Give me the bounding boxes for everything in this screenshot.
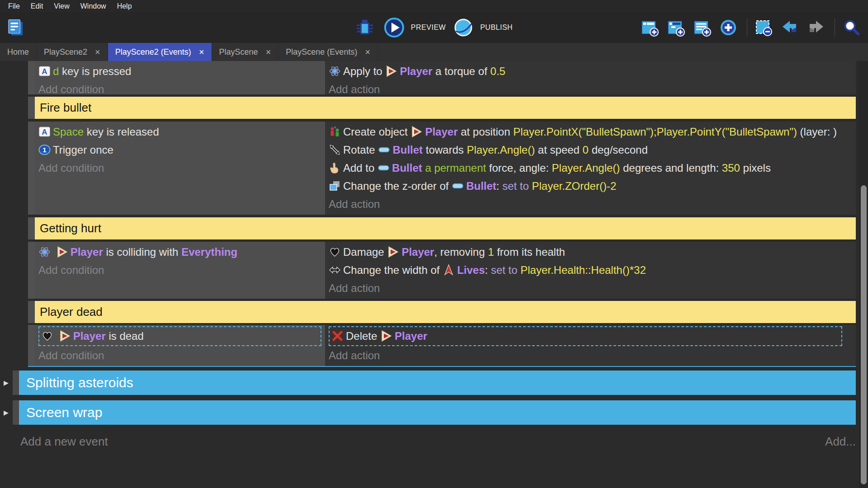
add-action-button[interactable]: Add action bbox=[329, 80, 842, 94]
drag-handle[interactable] bbox=[28, 122, 35, 215]
app-logo[interactable] bbox=[5, 18, 28, 38]
drag-handle[interactable] bbox=[13, 400, 19, 425]
group-title[interactable]: Player dead bbox=[35, 301, 856, 323]
add-new-event-button[interactable]: Add a new event bbox=[20, 435, 108, 449]
event-group-screen-wrap[interactable]: ▶Screen wrap bbox=[13, 400, 856, 425]
tab-label: PlayScene (Events) bbox=[286, 47, 357, 57]
menu-help[interactable]: Help bbox=[112, 2, 137, 10]
actions-cell[interactable]: Damage Player, removing 1 from its healt… bbox=[325, 242, 856, 299]
close-icon[interactable]: × bbox=[266, 47, 271, 56]
actions-cell[interactable]: Apply to Player a torque of 0.5Add actio… bbox=[325, 61, 856, 94]
redo-button[interactable] bbox=[807, 19, 827, 37]
actions-cell[interactable]: Delete PlayerAdd action bbox=[325, 325, 856, 366]
condition-line[interactable]: ASpace key is released bbox=[38, 123, 321, 141]
drag-handle[interactable] bbox=[28, 97, 35, 119]
drag-handle[interactable] bbox=[28, 61, 35, 94]
event-group-fire-bullet[interactable]: Fire bullet bbox=[28, 97, 856, 119]
add-action-button[interactable]: Add action bbox=[329, 279, 842, 297]
tab-playscene-events[interactable]: PlayScene (Events)× bbox=[278, 43, 378, 61]
expand-arrow-icon[interactable]: ▶ bbox=[4, 379, 9, 386]
action-line[interactable]: Create object Player at position Player.… bbox=[329, 123, 842, 141]
menu-window[interactable]: Window bbox=[75, 2, 112, 10]
player-ship-icon bbox=[410, 126, 423, 138]
drag-handle[interactable] bbox=[28, 325, 35, 366]
tab-playscene2-events[interactable]: PlayScene2 (Events)× bbox=[108, 43, 212, 61]
search-button[interactable] bbox=[842, 19, 863, 37]
tab-playscene[interactable]: PlayScene× bbox=[212, 43, 279, 61]
condition-line[interactable]: Player is dead bbox=[41, 327, 319, 345]
delete-selection-button[interactable] bbox=[755, 19, 775, 37]
drag-handle[interactable] bbox=[28, 301, 35, 323]
publish-planet-icon bbox=[453, 17, 476, 38]
add-button[interactable] bbox=[719, 19, 740, 37]
add-action-button[interactable]: Add action bbox=[329, 347, 842, 365]
scrollbar-track[interactable] bbox=[859, 61, 868, 488]
condition-line[interactable]: Player is colliding with Everything bbox=[38, 243, 321, 261]
menu-view[interactable]: View bbox=[48, 2, 75, 10]
condition-line[interactable]: Ad key is pressed bbox=[38, 62, 321, 80]
event-row[interactable]: Player is colliding with EverythingAdd c… bbox=[28, 242, 856, 299]
add-event-icon bbox=[641, 19, 659, 37]
bullet-icon bbox=[377, 162, 390, 174]
group-title[interactable]: Getting hurt bbox=[35, 217, 856, 239]
scrollbar-thumb[interactable] bbox=[861, 185, 867, 484]
group-title[interactable]: Splitting asteroids bbox=[19, 371, 856, 395]
action-line[interactable]: Delete Player bbox=[331, 327, 840, 345]
add-menu-button[interactable]: Add... bbox=[825, 435, 856, 449]
add-event-button[interactable] bbox=[641, 19, 661, 37]
event-group-getting-hurt[interactable]: Getting hurt bbox=[28, 217, 856, 239]
tab-home[interactable]: Home bbox=[0, 43, 37, 61]
action-line[interactable]: Apply to Player a torque of 0.5 bbox=[329, 62, 842, 80]
add-icon bbox=[719, 19, 737, 37]
preview-button[interactable]: PREVIEW bbox=[384, 17, 446, 38]
drag-handle[interactable] bbox=[13, 371, 19, 395]
publish-icon bbox=[453, 17, 474, 38]
width-icon bbox=[329, 264, 341, 276]
add-condition-button[interactable]: Add condition bbox=[38, 347, 321, 365]
tab-playscene2[interactable]: PlayScene2× bbox=[37, 43, 108, 61]
action-line[interactable]: Rotate Bullet towards Player.Angle() at … bbox=[329, 141, 842, 159]
add-condition-button[interactable]: Add condition bbox=[38, 261, 321, 279]
add-action-button[interactable]: Add action bbox=[329, 195, 842, 213]
player-ship-icon bbox=[387, 246, 399, 258]
event-group-player-dead[interactable]: Player dead bbox=[28, 301, 856, 323]
action-line[interactable]: Change the width of Lives: set to Player… bbox=[329, 261, 842, 279]
selection-outline: Player is dead bbox=[38, 326, 321, 346]
conditions-cell[interactable]: Player is deadAdd condition bbox=[35, 325, 325, 366]
add-comment-button[interactable] bbox=[693, 19, 713, 37]
event-row[interactable]: Ad key is pressedAdd conditionApply to P… bbox=[28, 61, 856, 94]
action-line[interactable]: Add to Bullet a permanent force, angle: … bbox=[329, 159, 842, 177]
keyboard-key-icon: A bbox=[38, 126, 51, 138]
condition-line[interactable]: 1Trigger once bbox=[38, 141, 321, 159]
add-condition-button[interactable]: Add condition bbox=[38, 80, 321, 94]
debug-button[interactable] bbox=[355, 18, 377, 37]
publish-button[interactable]: PUBLISH bbox=[453, 17, 513, 38]
conditions-cell[interactable]: ASpace key is released1Trigger onceAdd c… bbox=[35, 122, 325, 215]
conditions-cell[interactable]: Player is colliding with EverythingAdd c… bbox=[35, 242, 325, 299]
drag-handle[interactable] bbox=[28, 242, 35, 299]
close-icon[interactable]: × bbox=[199, 47, 204, 56]
drag-handle[interactable] bbox=[28, 217, 35, 239]
menu-file[interactable]: File bbox=[3, 2, 25, 10]
conditions-cell[interactable]: Ad key is pressedAdd condition bbox=[35, 61, 325, 94]
actions-cell[interactable]: Create object Player at position Player.… bbox=[325, 122, 856, 215]
group-title[interactable]: Fire bullet bbox=[35, 97, 856, 119]
player-ship-icon bbox=[56, 246, 68, 258]
event-group-splitting-asteroids[interactable]: ▶Splitting asteroids bbox=[13, 371, 856, 395]
expand-arrow-icon[interactable]: ▶ bbox=[4, 409, 9, 416]
add-condition-button[interactable]: Add condition bbox=[38, 159, 321, 177]
debug-icon bbox=[355, 18, 374, 37]
group-title[interactable]: Screen wrap bbox=[19, 400, 856, 425]
event-row[interactable]: Player is deadAdd conditionDelete Player… bbox=[28, 325, 856, 367]
preview-play-icon bbox=[384, 17, 407, 38]
action-line[interactable]: Damage Player, removing 1 from its healt… bbox=[329, 243, 842, 261]
event-row[interactable]: ASpace key is released1Trigger onceAdd c… bbox=[28, 122, 856, 215]
menu-bar: FileEditViewWindowHelp bbox=[0, 0, 868, 12]
close-icon[interactable]: × bbox=[95, 47, 100, 56]
add-subevent-button[interactable] bbox=[667, 19, 687, 37]
menu-edit[interactable]: Edit bbox=[25, 2, 49, 10]
undo-button[interactable] bbox=[781, 19, 801, 37]
publish-label: PUBLISH bbox=[480, 23, 513, 32]
close-icon[interactable]: × bbox=[365, 47, 370, 56]
action-line[interactable]: Change the z-order of Bullet: set to Pla… bbox=[329, 177, 842, 195]
